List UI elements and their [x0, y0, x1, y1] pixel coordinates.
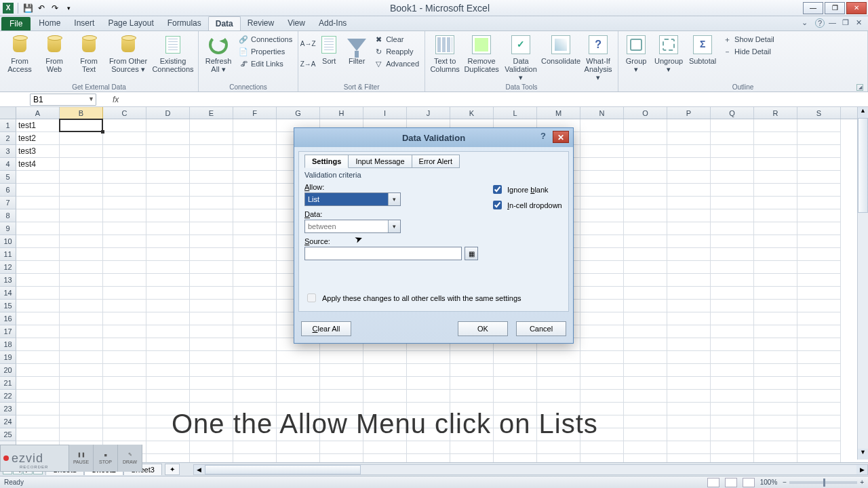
- cell[interactable]: [797, 377, 841, 390]
- cell[interactable]: [190, 325, 233, 338]
- cell[interactable]: [580, 390, 624, 403]
- row-header[interactable]: 13: [0, 274, 16, 287]
- cell[interactable]: [797, 338, 841, 351]
- chevron-down-icon[interactable]: ▼: [88, 96, 94, 102]
- cell[interactable]: [667, 338, 711, 351]
- cell[interactable]: [103, 300, 146, 312]
- cell[interactable]: [537, 364, 580, 377]
- cell[interactable]: [60, 261, 103, 274]
- cell[interactable]: [60, 428, 103, 441]
- ungroup-button[interactable]: Ungroup ▾: [652, 33, 686, 75]
- cell[interactable]: [797, 197, 841, 209]
- cell[interactable]: [16, 184, 60, 197]
- cell[interactable]: [754, 197, 797, 209]
- cell[interactable]: [233, 312, 277, 325]
- cell[interactable]: [711, 248, 754, 261]
- column-header[interactable]: O: [624, 107, 667, 119]
- row-header[interactable]: 25: [0, 428, 16, 441]
- minimize-ribbon-icon[interactable]: ⌄: [802, 18, 811, 28]
- cell[interactable]: [580, 261, 624, 274]
- cell[interactable]: [797, 325, 841, 338]
- cell[interactable]: [667, 441, 711, 454]
- cell[interactable]: [16, 171, 60, 184]
- cell[interactable]: [797, 209, 841, 222]
- cell[interactable]: [407, 441, 450, 454]
- cell[interactable]: [103, 209, 146, 222]
- subtotal-button[interactable]: Subtotal: [686, 33, 719, 66]
- column-header[interactable]: P: [667, 107, 711, 119]
- cell[interactable]: [711, 428, 754, 441]
- cell[interactable]: [580, 287, 624, 300]
- cell[interactable]: [580, 184, 624, 197]
- cell[interactable]: [190, 235, 233, 248]
- scroll-up-icon[interactable]: ▲: [858, 107, 868, 118]
- cell[interactable]: [60, 351, 103, 364]
- cell[interactable]: [146, 171, 190, 184]
- cell[interactable]: [537, 377, 580, 390]
- cell[interactable]: [146, 351, 190, 364]
- cell[interactable]: [624, 197, 667, 209]
- cell[interactable]: [233, 132, 277, 145]
- cell[interactable]: [233, 338, 277, 351]
- cell[interactable]: [407, 364, 450, 377]
- column-header[interactable]: M: [537, 107, 580, 119]
- cell[interactable]: [624, 119, 667, 132]
- cell[interactable]: [711, 415, 754, 428]
- cell[interactable]: [624, 377, 667, 390]
- cell[interactable]: [60, 171, 103, 184]
- cell[interactable]: [797, 171, 841, 184]
- cell[interactable]: [754, 287, 797, 300]
- cell[interactable]: [146, 145, 190, 158]
- cell[interactable]: [60, 248, 103, 261]
- cell[interactable]: [754, 441, 797, 454]
- cell[interactable]: [233, 377, 277, 390]
- cell[interactable]: [233, 364, 277, 377]
- cell[interactable]: [190, 132, 233, 145]
- cell[interactable]: [277, 364, 320, 377]
- cell[interactable]: [190, 145, 233, 158]
- range-picker-button[interactable]: ▦: [465, 247, 478, 260]
- column-header[interactable]: D: [146, 107, 190, 119]
- cell[interactable]: [233, 197, 277, 209]
- cell[interactable]: [624, 338, 667, 351]
- cell[interactable]: [277, 390, 320, 403]
- cell[interactable]: [797, 287, 841, 300]
- cell[interactable]: [711, 300, 754, 312]
- cell[interactable]: [754, 338, 797, 351]
- cell[interactable]: [494, 377, 537, 390]
- cell[interactable]: [60, 403, 103, 415]
- cell[interactable]: [16, 390, 60, 403]
- cell[interactable]: [146, 441, 190, 454]
- cell[interactable]: [103, 119, 146, 132]
- column-header[interactable]: G: [277, 107, 320, 119]
- from-access-button[interactable]: From Access: [3, 33, 37, 75]
- cell[interactable]: [580, 338, 624, 351]
- cell[interactable]: [797, 441, 841, 454]
- undo-icon[interactable]: ↶: [36, 3, 47, 14]
- cell[interactable]: [190, 209, 233, 222]
- column-header[interactable]: F: [233, 107, 277, 119]
- cell[interactable]: [103, 312, 146, 325]
- cell[interactable]: [16, 377, 60, 390]
- dialog-help-icon[interactable]: ?: [536, 131, 550, 143]
- cell[interactable]: [667, 171, 711, 184]
- cell[interactable]: [146, 261, 190, 274]
- name-box[interactable]: B1 ▼: [30, 94, 96, 106]
- cell[interactable]: [667, 351, 711, 364]
- cell[interactable]: [103, 184, 146, 197]
- group-button[interactable]: Group ▾: [621, 33, 651, 75]
- zoom-out-button[interactable]: −: [783, 479, 787, 486]
- cell[interactable]: [537, 390, 580, 403]
- cell[interactable]: [146, 235, 190, 248]
- dialog-launcher-icon[interactable]: ◢: [856, 84, 863, 91]
- cell[interactable]: [580, 312, 624, 325]
- cell[interactable]: [580, 158, 624, 171]
- edit-links-button[interactable]: 🖇Edit Links: [236, 58, 295, 69]
- cell[interactable]: [233, 248, 277, 261]
- cell[interactable]: [190, 248, 233, 261]
- cell[interactable]: [233, 209, 277, 222]
- cell[interactable]: [537, 351, 580, 364]
- cell[interactable]: [754, 235, 797, 248]
- cell[interactable]: [190, 338, 233, 351]
- cell[interactable]: [580, 119, 624, 132]
